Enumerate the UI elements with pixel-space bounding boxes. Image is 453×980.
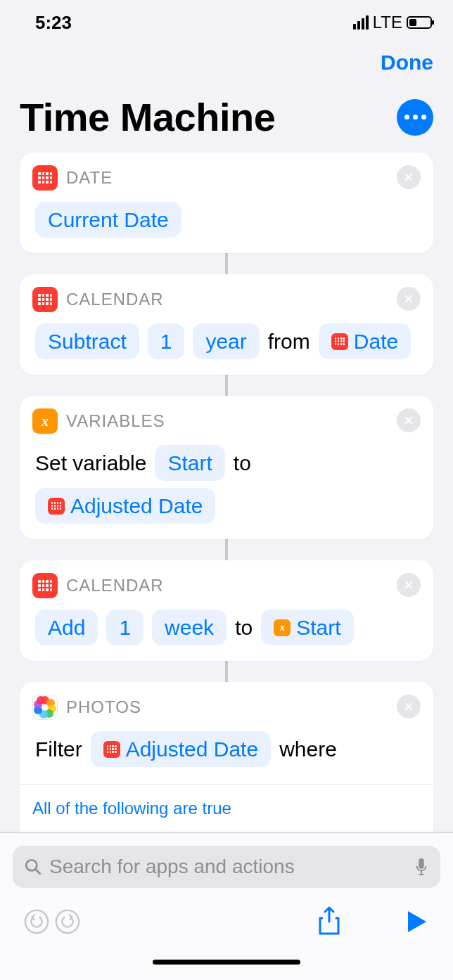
cellular-signal-icon xyxy=(353,15,369,30)
filter-condition-link[interactable]: All of the following are true xyxy=(32,799,231,818)
variable-adjusted-date-pill[interactable]: Adjusted Date xyxy=(91,731,271,767)
current-date-pill[interactable]: Current Date xyxy=(35,202,181,238)
dictation-icon[interactable] xyxy=(414,857,429,877)
page-title: Time Machine xyxy=(20,94,275,140)
variable-icon: x xyxy=(274,619,291,636)
connector xyxy=(225,375,228,396)
svg-point-6 xyxy=(56,910,79,933)
calendar-app-icon xyxy=(32,573,58,598)
delete-action-button[interactable] xyxy=(397,165,421,189)
delete-action-button[interactable] xyxy=(397,287,421,311)
svg-line-1 xyxy=(36,870,40,874)
action-card-date[interactable]: DATE Current Date xyxy=(20,153,433,253)
calendar-app-icon xyxy=(32,287,58,312)
operation-pill[interactable]: Add xyxy=(35,610,98,645)
label-from: from xyxy=(268,325,310,357)
delete-action-button[interactable] xyxy=(397,695,421,718)
action-card-set-variable[interactable]: x VARIABLES Set variable Start to Adjust… xyxy=(20,396,433,539)
action-category: CALENDAR xyxy=(66,576,164,595)
date-variable-icon xyxy=(331,333,348,350)
variable-start-pill[interactable]: x Start xyxy=(261,610,353,645)
variables-app-icon: x xyxy=(32,408,58,434)
share-button[interactable] xyxy=(314,906,345,937)
amount-pill[interactable]: 1 xyxy=(148,323,185,359)
action-category: PHOTOS xyxy=(66,697,141,717)
search-icon xyxy=(24,858,42,876)
label-set-variable: Set variable xyxy=(35,447,146,479)
run-button[interactable] xyxy=(401,906,432,937)
status-time: 5:23 xyxy=(35,12,72,34)
done-button[interactable]: Done xyxy=(381,51,433,75)
action-category: VARIABLES xyxy=(66,411,165,431)
nav-bar: Done xyxy=(0,38,453,75)
delete-action-button[interactable] xyxy=(397,573,421,597)
connector xyxy=(225,539,228,560)
connector xyxy=(225,661,228,682)
undo-button[interactable] xyxy=(21,906,52,937)
svg-point-5 xyxy=(25,910,48,933)
title-row: Time Machine xyxy=(0,75,453,153)
search-input[interactable]: Search for apps and actions xyxy=(13,846,440,888)
battery-icon xyxy=(407,16,432,29)
svg-rect-2 xyxy=(419,858,423,869)
toolbar xyxy=(13,888,440,944)
label-where: where xyxy=(279,733,337,765)
delete-action-button[interactable] xyxy=(397,408,421,432)
operation-pill[interactable]: Subtract xyxy=(35,323,139,359)
connector xyxy=(225,253,228,274)
action-card-calendar-add[interactable]: CALENDAR Add 1 week to x Start xyxy=(20,560,433,661)
network-label: LTE xyxy=(373,13,402,32)
label-to: to xyxy=(234,447,251,479)
more-button[interactable] xyxy=(397,99,433,136)
bottom-panel: Search for apps and actions xyxy=(0,832,453,980)
photos-app-icon xyxy=(32,695,58,720)
ellipsis-icon xyxy=(404,115,426,120)
search-placeholder: Search for apps and actions xyxy=(49,856,407,878)
action-category: DATE xyxy=(66,168,113,188)
status-bar: 5:23 LTE xyxy=(0,0,453,38)
actions-list: DATE Current Date CALENDAR Subtract 1 ye… xyxy=(0,153,453,858)
variable-date-pill[interactable]: Date xyxy=(319,323,411,359)
label-filter: Filter xyxy=(35,733,82,765)
action-card-calendar-subtract[interactable]: CALENDAR Subtract 1 year from Date xyxy=(20,274,433,375)
amount-pill[interactable]: 1 xyxy=(106,610,143,645)
home-indicator[interactable] xyxy=(153,960,300,965)
unit-pill[interactable]: week xyxy=(152,610,226,645)
variable-name-pill[interactable]: Start xyxy=(155,445,224,481)
redo-button[interactable] xyxy=(52,906,83,937)
status-right: LTE xyxy=(353,13,432,32)
variable-adjusted-date-pill[interactable]: Adjusted Date xyxy=(35,488,215,524)
action-category: CALENDAR xyxy=(66,290,164,309)
date-variable-icon xyxy=(48,498,65,515)
date-variable-icon xyxy=(103,741,120,758)
label-to: to xyxy=(235,612,253,643)
unit-pill[interactable]: year xyxy=(193,323,259,359)
date-app-icon xyxy=(32,165,58,191)
